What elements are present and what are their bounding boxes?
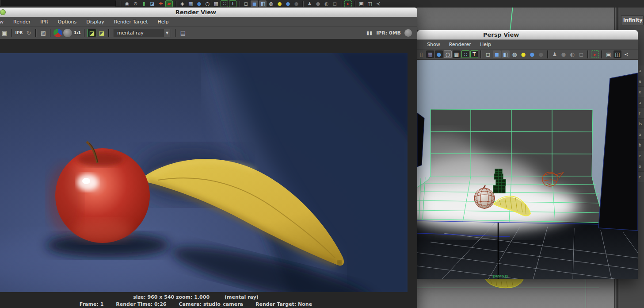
matte-sphere-icon[interactable]: ● (293, 0, 300, 7)
half-sphere-icon[interactable]: ◐ (568, 50, 576, 58)
render-diamond-icon[interactable]: ◈ (179, 0, 186, 7)
rgb-channels-icon[interactable] (53, 29, 62, 37)
renderer-dropdown[interactable]: mental ray ▼ (114, 29, 171, 37)
isolate-cube-icon[interactable]: ▣ (358, 0, 365, 7)
menu-view[interactable]: View (0, 19, 4, 25)
smooth-shade-cube-icon[interactable]: ◼ (251, 0, 258, 7)
ghost-cube-icon[interactable]: ◻ (331, 0, 339, 7)
half-sphere-icon[interactable]: ◐ (323, 0, 330, 7)
render-settings-icon[interactable]: ○ (204, 0, 211, 7)
bookmark-icon[interactable]: ▮ (140, 0, 148, 7)
persp-view-titlebar[interactable]: Persp View (417, 30, 638, 40)
hypershade-icon[interactable]: ◪ (149, 0, 156, 7)
ghost-cube-icon[interactable]: ◻ (577, 50, 585, 58)
render-toolbar-icons-left: ▣IPR↻▨1:1◪◪ (0, 29, 111, 37)
status-line-icons: ◉⊙▮◪✚▰◈▦●○▩∷T◻◼◧◍●●●♟●◐◻▸▣◫≺ (118, 0, 382, 8)
menu-show[interactable]: Show (427, 42, 440, 47)
textured-cube-icon[interactable]: ◧ (502, 50, 510, 58)
render-status-bar: size: 960 x 540 zoom: 1.000 (mental ray)… (0, 293, 417, 308)
text-tool-icon[interactable]: T (470, 50, 478, 58)
camera-label: Camera: studio_camera (179, 301, 243, 307)
toolbar-separator (11, 29, 12, 37)
pause-ipr-icon[interactable]: ▮▮ (366, 30, 373, 36)
render-current-frame-icon[interactable]: ● (435, 50, 443, 58)
isolate-cube-icon[interactable]: ▣ (605, 50, 613, 58)
shaded-sphere-icon[interactable]: ● (528, 50, 536, 58)
wireframe-cube-icon[interactable]: ◻ (242, 0, 250, 7)
toolbar-separator (175, 1, 176, 7)
ipr-tuning-circle-icon[interactable] (404, 29, 412, 37)
filmstrip-icon[interactable]: ▦ (187, 0, 194, 7)
render-settings-icon[interactable]: ○ (444, 50, 452, 58)
display-rgb-icon[interactable]: ◪ (88, 29, 96, 37)
snap-target-icon[interactable]: ✚ (157, 0, 164, 7)
checker-sphere-icon[interactable]: ◍ (511, 50, 518, 58)
camera-script-icon[interactable]: ⊙ (132, 0, 139, 7)
matte-sphere-icon[interactable]: ● (537, 50, 545, 58)
background-viewport-top[interactable] (417, 8, 616, 30)
layered-view-icon[interactable]: ◫ (366, 0, 373, 7)
camera-version-icon[interactable]: ◉ (123, 0, 131, 7)
paint-effects-icon[interactable]: ▰ (165, 0, 173, 7)
particles-icon[interactable]: ∷ (221, 0, 228, 7)
marquee-select-icon[interactable]: ▸ (591, 50, 599, 58)
partial-edge-icon[interactable]: ▯ (417, 50, 425, 58)
menu-renderer[interactable]: Renderer (449, 42, 471, 47)
background-viewport-bottom[interactable] (417, 279, 616, 308)
muted-sphere-icon[interactable]: ● (314, 0, 322, 7)
redo-previous-render-icon[interactable]: ↻ (24, 29, 33, 37)
toolbar-separator (480, 50, 482, 58)
menu-render[interactable]: Render (13, 19, 30, 25)
grid-cross-icon[interactable]: ▩ (453, 50, 461, 58)
command-line-field[interactable] (1, 0, 116, 7)
render-region-icon[interactable]: ▨ (39, 29, 48, 37)
share-nodes-icon[interactable]: ≺ (374, 0, 382, 7)
render-time-label: Render Time: 0:26 (116, 301, 166, 307)
filmstrip-icon[interactable]: ▦ (426, 50, 434, 58)
remove-image-icon[interactable]: ◪ (97, 29, 106, 37)
toolbar-separator (341, 1, 342, 7)
character-icon[interactable]: ♟ (306, 0, 313, 7)
menu-render-target[interactable]: Render Target (114, 19, 148, 25)
persp-3d-viewport[interactable]: persp (417, 59, 638, 279)
keep-image-slate-icon[interactable]: ▤ (179, 29, 187, 37)
ipr-render-icon[interactable]: IPR (15, 29, 23, 37)
render-toolbar-icons-right: ▤ (174, 29, 187, 37)
toolbar-separator (239, 1, 240, 7)
layered-view-icon[interactable]: ◫ (614, 50, 621, 58)
zoom-ratio-label[interactable]: 1:1 (73, 29, 82, 37)
persp-scene: persp (417, 60, 638, 279)
menu-options[interactable]: Options (58, 19, 76, 25)
render-view-titlebar[interactable]: Render View (0, 8, 417, 17)
text-tool-icon[interactable]: T (229, 0, 236, 7)
rendered-image[interactable] (0, 53, 408, 292)
scene-wireframe-line (510, 8, 513, 30)
menu-display[interactable]: Display (86, 19, 104, 25)
render-status-line1: size: 960 x 540 zoom: 1.000 (mental ray) (0, 293, 417, 300)
grid-cross-icon[interactable]: ▩ (212, 0, 220, 7)
persp-view-toolbar: ▯▦●○▩∷T◻◼◧◍●●●♟●◐◻▸▣◫≺ (417, 50, 638, 59)
render-view-content: size: 960 x 540 zoom: 1.000 (mental ray)… (0, 39, 417, 308)
particles-icon[interactable]: ∷ (461, 50, 469, 58)
use-lights-icon[interactable]: ● (519, 50, 527, 58)
checker-sphere-icon[interactable]: ◍ (267, 0, 275, 7)
render-view-title: Render View (0, 9, 417, 15)
maya-application: ListSel infinity_ aeearisabeoc ◉⊙▮◪✚▰◈▦●… (0, 0, 644, 308)
chevron-down-icon: ▼ (163, 29, 171, 37)
character-icon[interactable]: ♟ (551, 50, 559, 58)
muted-sphere-icon[interactable]: ● (560, 50, 568, 58)
textured-cube-icon[interactable]: ◧ (259, 0, 267, 7)
use-lights-icon[interactable]: ● (276, 0, 283, 7)
node-name-field[interactable]: infinity_ (621, 15, 644, 25)
marquee-select-icon[interactable]: ▸ (344, 0, 352, 7)
menu-help[interactable]: Help (480, 42, 491, 47)
smooth-shade-cube-icon[interactable]: ◼ (493, 50, 501, 58)
shaded-sphere-icon[interactable]: ● (284, 0, 292, 7)
wireframe-cube-icon[interactable]: ◻ (484, 50, 492, 58)
share-nodes-icon[interactable]: ≺ (622, 50, 630, 58)
menu-help[interactable]: Help (158, 19, 169, 25)
menu-ipr[interactable]: IPR (40, 19, 48, 25)
render-current-frame-icon[interactable]: ● (195, 0, 203, 7)
alpha-channel-icon[interactable] (63, 29, 72, 37)
render-snapshot-icon[interactable]: ▣ (0, 29, 9, 37)
